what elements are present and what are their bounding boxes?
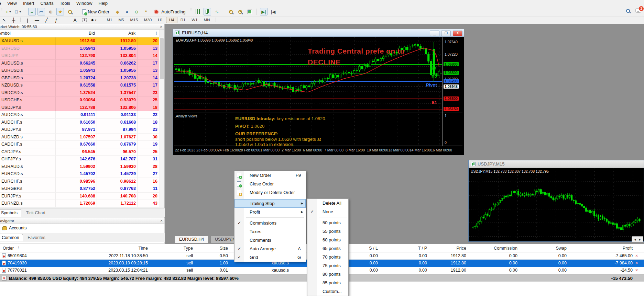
text-button[interactable]: A: [71, 17, 79, 23]
market-watch-row-euraud.s[interactable]: EURAUD.s1.599021.5993028: [0, 163, 159, 171]
menubar-item-view[interactable]: View: [4, 0, 20, 7]
metaeditor-button[interactable]: ◆: [114, 8, 121, 15]
market-watch-row-usdcad.s[interactable]: USDCAD.s1.375241.3754723: [0, 89, 159, 97]
chart-tab-eurusd[interactable]: EURUSD,H4: [175, 236, 208, 243]
market-watch-row-eurchf.s[interactable]: EURCHF.s0.985960.9861216: [0, 178, 159, 185]
expert-advisors-button[interactable]: ●: [123, 8, 131, 15]
chart-canvas-usdjpy[interactable]: USDJPY,M15 132.783 132.807 132.708 132.7…: [469, 168, 644, 241]
menu-item-70-points[interactable]: 70 points: [307, 253, 348, 261]
close-icon[interactable]: ×: [160, 24, 162, 29]
tab-scroll-right-icon[interactable]: ▸: [637, 237, 642, 242]
timeframe-h4[interactable]: H4: [166, 17, 177, 23]
chart-canvas-eurusd[interactable]: EURUSD,H4 1.05896 1.05989 1.05862 1.0594…: [173, 37, 464, 155]
close-icon[interactable]: ×: [160, 218, 163, 223]
menu-item-custom-[interactable]: Custom...: [307, 287, 348, 296]
auto-scroll-button[interactable]: ▶|: [260, 8, 268, 15]
search-icon[interactable]: [626, 9, 630, 13]
line-chart-mode-button[interactable]: ∿: [213, 8, 221, 15]
tab-symbols[interactable]: Symbols: [0, 209, 21, 217]
column-bid[interactable]: Bid: [56, 31, 95, 36]
tab-scroll-left-icon[interactable]: ◂: [633, 237, 637, 242]
market-watch-toggle[interactable]: ≡: [28, 8, 36, 15]
column-spread[interactable]: !: [138, 31, 157, 36]
column-ask[interactable]: Ask: [97, 31, 135, 36]
timeframe-m5[interactable]: M5: [115, 17, 127, 23]
market-watch-row-cadchf.s[interactable]: CADCHF.s0.676600.6767919: [0, 141, 159, 148]
market-watch-row-eurgbp.s[interactable]: EURGBP.s0.877520.8776311: [0, 185, 159, 193]
menubar-item-help[interactable]: Help: [95, 0, 111, 7]
fibonacci-button[interactable]: ƒ: [52, 17, 60, 23]
market-watch-row-audjpy.s[interactable]: AUDJPY.s87.97187.99423: [0, 126, 159, 134]
market-watch-row-nzdusd.s[interactable]: NZDUSD.s0.615580.6157517: [0, 82, 159, 89]
tab-common[interactable]: Common: [0, 234, 23, 241]
new-order-button[interactable]: + New Order: [80, 8, 112, 15]
market-watch-row-gbpusd.s[interactable]: GBPUSD.s1.207241.2073814: [0, 75, 159, 82]
text-label-button[interactable]: T: [81, 17, 88, 23]
menubar-item-file[interactable]: File: [0, 0, 4, 7]
market-watch-row-usdjpy.s[interactable]: USDJPY.s132.788132.80618: [0, 104, 159, 112]
market-watch-row-cadjpy.s[interactable]: CADJPY.s96.54596.57025: [0, 148, 159, 156]
market-watch-row-eurjpy.s[interactable]: EURJPY.s140.688140.70820: [0, 193, 159, 200]
channel-button[interactable]: ┄┄: [62, 17, 69, 23]
menu-item-profit[interactable]: Profit▶: [234, 208, 306, 216]
timeframe-w1[interactable]: W1: [188, 17, 200, 23]
menu-item-modify-or-delete-order[interactable]: Modify or Delete Order✱: [234, 188, 306, 197]
menu-item-grid[interactable]: Grid✓G: [234, 253, 306, 262]
market-watch-row-eurnzd.s[interactable]: EURNZD.s1.720691.7211243: [0, 200, 159, 207]
restore-button[interactable]: ❐: [441, 31, 451, 36]
timeframe-d1[interactable]: D1: [177, 17, 189, 23]
menu-item-new-order[interactable]: New Order+F9: [234, 171, 306, 180]
bar-chart-mode-button[interactable]: [194, 8, 202, 15]
timeframe-h1[interactable]: H1: [155, 17, 166, 23]
navigator-item-accounts[interactable]: Accounts: [0, 224, 164, 232]
chart-window-titlebar[interactable]: USDJPY,M15: [469, 160, 644, 168]
menu-item-75-points[interactable]: 75 points: [307, 261, 348, 270]
tab-favorites[interactable]: Favorites: [24, 234, 48, 241]
tile-windows-button[interactable]: [246, 8, 254, 15]
arrows-button[interactable]: ◆▼: [90, 17, 98, 23]
market-watch-row-usdjpy[interactable]: USDJPY132.790132.80414: [0, 52, 159, 60]
market-watch-row-audusd.s[interactable]: AUDUSD.s0.662450.6626217: [0, 60, 159, 67]
market-watch-row-audcad.s[interactable]: AUDCAD.s0.911110.9113322: [0, 111, 159, 119]
market-watch-row-eurusd[interactable]: EURUSD1.059431.0595613: [0, 45, 159, 53]
market-watch-scrollbar[interactable]: [159, 37, 164, 207]
market-watch-row-eurcad.s[interactable]: EURCAD.s1.457021.4572927: [0, 170, 159, 178]
menubar-item-charts[interactable]: Charts: [37, 0, 56, 7]
signals-button[interactable]: ⊙: [133, 8, 140, 15]
menu-item-close-order[interactable]: Close Order✓: [234, 180, 306, 188]
terminal-toggle[interactable]: ★: [56, 8, 64, 15]
orders-column-order[interactable]: Order: [3, 246, 14, 251]
close-position-icon[interactable]: ×: [635, 261, 638, 265]
menu-item-65-points[interactable]: 65 points: [307, 244, 348, 253]
market-watch-row-xauusd.s[interactable]: XAUUSD.s1912.601912.8020: [0, 37, 159, 45]
menu-item-85-points[interactable]: 85 points: [307, 278, 348, 287]
notifications-icon[interactable]: 1: [635, 8, 641, 13]
vertical-line-button[interactable]: |: [24, 17, 31, 23]
menu-item-none[interactable]: None✓: [307, 207, 348, 216]
crosshair-button[interactable]: ┼: [10, 17, 18, 23]
orders-column-size[interactable]: Size: [152, 246, 228, 251]
menu-item-auto-arrange[interactable]: Auto Arrange✓A: [234, 244, 306, 253]
menubar-item-insert[interactable]: Insert: [20, 0, 37, 7]
data-window-toggle[interactable]: ▭: [37, 8, 45, 15]
profiles-button[interactable]: ⊟▼: [14, 8, 22, 15]
timeframe-m30[interactable]: M30: [141, 17, 155, 23]
close-button[interactable]: X: [453, 31, 462, 36]
new-chart-button[interactable]: +▼: [5, 8, 12, 15]
menu-item-commissions[interactable]: Commissions✓: [234, 219, 306, 227]
market-watch-row-eurusd.s[interactable]: EURUSD.s1.059431.0595613: [0, 67, 159, 75]
horizontal-line-button[interactable]: —: [33, 17, 41, 23]
menu-item-60-points[interactable]: 60 points: [307, 236, 348, 244]
market-watch-row-audnzd.s[interactable]: AUDNZD.s1.075971.0762730: [0, 134, 159, 141]
timeframe-m15[interactable]: M15: [127, 17, 141, 23]
chart-window-titlebar[interactable]: EURUSD,H4 ▁ ❐ X: [173, 29, 464, 37]
zoom-out-button[interactable]: −: [237, 8, 244, 15]
tab-tick-chart[interactable]: Tick Chart: [23, 209, 49, 217]
trendline-button[interactable]: ╱: [43, 17, 50, 23]
menubar-item-window[interactable]: Window: [73, 0, 95, 7]
menu-item-80-points[interactable]: 80 points: [307, 270, 348, 278]
market-watch-row-chfjpy.s[interactable]: CHFJPY.s142.676142.70731: [0, 156, 159, 163]
market-watch-row-audchf.s[interactable]: AUDCHF.s0.616500.6166818: [0, 119, 159, 126]
autotrading-button[interactable]: AutoTrading: [152, 8, 188, 15]
orders-column-profit[interactable]: Profit: [557, 246, 633, 251]
